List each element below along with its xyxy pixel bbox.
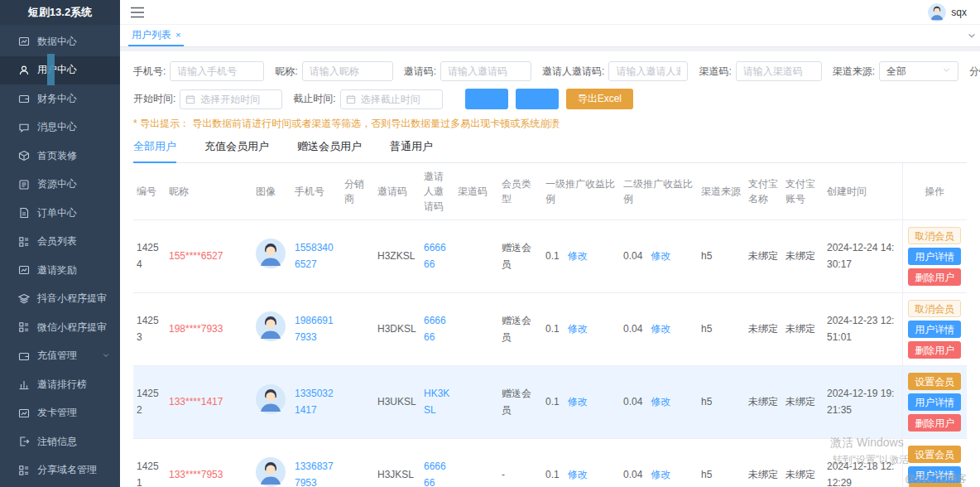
cell-nickname: 133****1417 [166, 366, 252, 439]
user-menu[interactable]: sqx [928, 3, 967, 22]
col-channel-code: 渠道码 [454, 163, 498, 220]
sidebar-item-wechat-review[interactable]: 微信小程序提审 [0, 313, 120, 342]
sidebar-item-recharge-manage[interactable]: 充值管理 [0, 342, 120, 371]
tab-gifted-members[interactable]: 赠送会员用户 [297, 139, 362, 162]
start-time-filter: 开始时间: [133, 89, 282, 109]
cancel-member-button[interactable]: 取消会员 [908, 227, 961, 244]
sidebar-item-label: 会员列表 [37, 234, 77, 248]
cell-phone[interactable]: 15583406527 [291, 220, 341, 293]
start-time-label: 开始时间: [133, 92, 175, 106]
sidebar-item-member-list[interactable]: 会员列表 [0, 228, 120, 257]
modify-link[interactable]: 修改 [568, 469, 588, 480]
cell-invite-code: H3JKSL [374, 439, 420, 487]
cell-phone[interactable]: 19866917933 [291, 293, 341, 366]
sidebar-item-logout-info[interactable]: 注销信息 [0, 427, 120, 456]
chevron-down-icon [942, 65, 951, 77]
user-type-tabs: 全部用户 充值会员用户 赠送会员用户 普通用户 [133, 136, 967, 163]
cell-phone[interactable]: 13350321417 [291, 366, 341, 439]
sidebar-item-finance-center[interactable]: 财务中心 [0, 84, 120, 113]
modify-link[interactable]: 修改 [651, 469, 670, 480]
sidebar-item-invite-ranking[interactable]: 邀请排行榜 [0, 370, 120, 399]
sidebar-scrollbar-thumb[interactable] [47, 54, 55, 85]
cell-alipay-account: 未绑定 [782, 439, 824, 487]
tab-dropdown-chevron-icon[interactable] [967, 25, 977, 46]
cancel-member-button[interactable]: 取消会员 [908, 300, 961, 317]
search-button[interactable]: 查询 [465, 89, 508, 109]
modify-link[interactable]: 修改 [568, 323, 588, 335]
content: 手机号: 昵称: 邀请码: 邀请人邀请码: [120, 47, 980, 487]
export-excel-button[interactable]: 导出Excel [566, 89, 633, 109]
user-list-card: 手机号: 昵称: 邀请码: 邀请人邀请码: [120, 51, 980, 487]
col-rate2: 二级推广收益比例 [620, 163, 698, 220]
user-avatar [256, 478, 286, 487]
cell-inviter-code[interactable]: 666666 [420, 293, 454, 366]
cell-inviter-code[interactable]: 666666 [420, 220, 454, 293]
modify-link[interactable]: 修改 [651, 323, 670, 335]
cell-alipay-name: 未绑定 [745, 293, 782, 366]
table-header-row: 编号 昵称 图像 手机号 分销商 邀请码 邀请人邀请码 渠道码 会员类型 一级推… [133, 163, 967, 220]
channel-code-input[interactable] [736, 61, 822, 81]
delete-user-button[interactable]: 删除用户 [908, 268, 961, 286]
sidebar-item-resource-center[interactable]: 资源中心 [0, 171, 120, 200]
col-inviter-code: 邀请人邀请码 [420, 163, 454, 220]
sidebar-menu: 数据中心 用户中心 财务中心 消息中心 首页装修 资源中心 [0, 25, 120, 485]
sidebar-item-user-center[interactable]: 用户中心 [0, 56, 120, 85]
user-detail-button[interactable]: 用户详情 [908, 393, 961, 411]
sidebar-item-label: 数据中心 [37, 35, 77, 49]
user-detail-button[interactable]: 用户详情 [908, 248, 961, 265]
sidebar-item-data-center[interactable]: 数据中心 [0, 27, 120, 56]
phone-input[interactable] [170, 61, 264, 81]
tab-recharge-members[interactable]: 充值会员用户 [204, 139, 269, 162]
file-icon [18, 207, 30, 219]
phone-filter: 手机号: [133, 61, 264, 81]
cell-nickname: 198****7933 [166, 293, 252, 366]
delete-user-button[interactable]: 删除用户 [908, 341, 961, 359]
set-member-button[interactable]: 设置会员 [908, 446, 961, 463]
user-avatar [256, 332, 286, 344]
reset-button[interactable]: 重置 [516, 89, 559, 109]
cell-phone[interactable]: 13368377953 [291, 439, 341, 487]
sidebar-item-order-center[interactable]: 订单中心 [0, 199, 120, 228]
cell-inviter-code[interactable]: HK3KSL [420, 366, 454, 439]
modify-link[interactable]: 修改 [568, 396, 588, 407]
col-id: 编号 [133, 163, 166, 220]
tab-all-users[interactable]: 全部用户 [133, 139, 176, 163]
calendar-icon [346, 94, 356, 107]
modify-link[interactable]: 修改 [651, 250, 670, 262]
cell-member-type: - [498, 439, 542, 487]
modify-link[interactable]: 修改 [651, 396, 670, 407]
user-detail-button[interactable]: 用户详情 [908, 321, 961, 338]
channel-source-select[interactable]: 全部 [879, 61, 958, 81]
nickname-filter: 昵称: [275, 61, 392, 81]
chevron-down-icon [102, 350, 110, 362]
tab-normal-users[interactable]: 普通用户 [390, 139, 433, 162]
cell-channel-source: h5 [698, 439, 745, 487]
sidebar-item-douyin-review[interactable]: 抖音小程序提审 [0, 285, 120, 314]
rate1-value: 0.1 [545, 250, 560, 262]
delete-user-button[interactable]: 删除用户 [908, 414, 961, 432]
hamburger-menu-icon[interactable] [130, 6, 145, 19]
sidebar-item-share-domain[interactable]: 分享域名管理 [0, 456, 120, 485]
cell-created-at: 2024-12-23 12:51:01 [824, 293, 902, 366]
export-hint: * 导出提示： 导出数据前请进行时间或者渠道等筛选，否则导出数据量过多易出现卡顿… [133, 117, 967, 131]
set-member-button[interactable]: 设置会员 [908, 373, 961, 390]
cell-inviter-code[interactable]: 666666 [420, 439, 454, 487]
close-icon[interactable]: × [175, 31, 180, 40]
channel-source-filter: 渠道来源: 全部 [833, 61, 958, 81]
inviter-code-input[interactable] [608, 61, 688, 81]
cell-distributor [341, 439, 374, 487]
cell-alipay-account: 未绑定 [782, 366, 824, 439]
sidebar-item-message-center[interactable]: 消息中心 [0, 113, 120, 142]
invite-code-input[interactable] [440, 61, 531, 81]
sidebar-item-invite-reward[interactable]: 邀请奖励 [0, 256, 120, 285]
sidebar-item-card-manage[interactable]: 发卡管理 [0, 399, 120, 428]
wallet-icon [18, 93, 30, 104]
modify-link[interactable]: 修改 [568, 250, 588, 262]
trend-chart-icon [18, 407, 30, 419]
cell-alipay-account: 未绑定 [782, 293, 824, 366]
sidebar-item-home-decorate[interactable]: 首页装修 [0, 142, 120, 171]
table-row: 14254 155****6527 15583406527 H3ZKSL 666… [133, 220, 967, 293]
nickname-input[interactable] [302, 61, 393, 81]
tab-user-list[interactable]: 用户列表 × [128, 25, 184, 46]
tab-bar: 用户列表 × [120, 25, 980, 47]
